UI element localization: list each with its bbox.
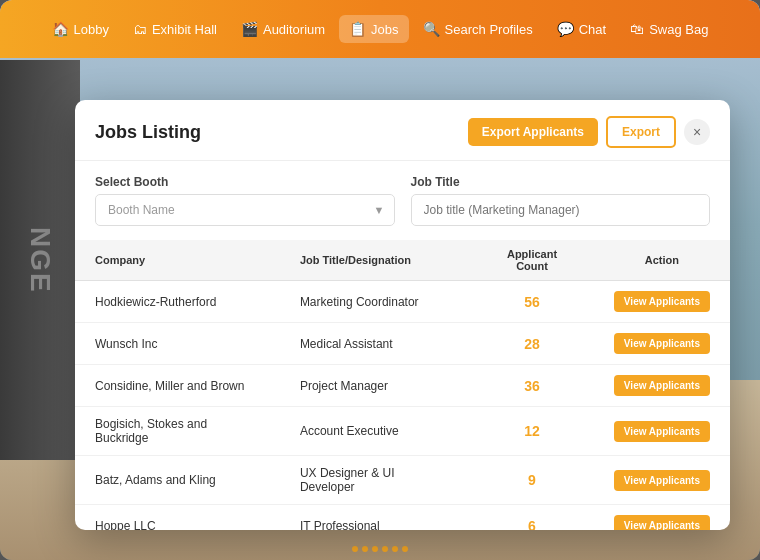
cell-action: View Applicants bbox=[594, 505, 730, 531]
cell-action: View Applicants bbox=[594, 323, 730, 365]
cell-applicant-count: 9 bbox=[470, 456, 594, 505]
export-applicants-button[interactable]: Export Applicants bbox=[468, 118, 598, 146]
exhibit-icon: 🗂 bbox=[133, 21, 147, 37]
table-row: Wunsch IncMedical Assistant28View Applic… bbox=[75, 323, 730, 365]
cell-job-title: IT Professional bbox=[280, 505, 470, 531]
nav-label-exhibit: Exhibit Hall bbox=[152, 22, 217, 37]
table-row: Considine, Miller and BrownProject Manag… bbox=[75, 365, 730, 407]
table-header-row: Company Job Title/Designation Applicant … bbox=[75, 240, 730, 281]
modal-header: Jobs Listing Export Applicants Export × bbox=[75, 100, 730, 161]
cell-action: View Applicants bbox=[594, 407, 730, 456]
wall-text: NGE bbox=[24, 227, 56, 294]
cell-job-title: Marketing Coordinator bbox=[280, 281, 470, 323]
dot-3 bbox=[372, 546, 378, 552]
dot-2 bbox=[362, 546, 368, 552]
table-row: Hodkiewicz-RutherfordMarketing Coordinat… bbox=[75, 281, 730, 323]
cell-applicant-count: 56 bbox=[470, 281, 594, 323]
home-icon: 🏠 bbox=[52, 21, 69, 37]
cell-applicant-count: 28 bbox=[470, 323, 594, 365]
nav-item-lobby[interactable]: 🏠 Lobby bbox=[42, 15, 119, 43]
cell-action: View Applicants bbox=[594, 456, 730, 505]
cell-job-title: UX Designer & UI Developer bbox=[280, 456, 470, 505]
jobs-table: Company Job Title/Designation Applicant … bbox=[75, 240, 730, 530]
job-title-group: Job Title bbox=[411, 175, 711, 226]
view-applicants-button[interactable]: View Applicants bbox=[614, 333, 710, 354]
dot-1 bbox=[352, 546, 358, 552]
nav-item-exhibit-hall[interactable]: 🗂 Exhibit Hall bbox=[123, 15, 227, 43]
cell-company: Bogisich, Stokes and Buckridge bbox=[75, 407, 280, 456]
col-applicant-count: Applicant Count bbox=[470, 240, 594, 281]
chat-icon: 💬 bbox=[557, 21, 574, 37]
nav-item-swag-bag[interactable]: 🛍 Swag Bag bbox=[620, 15, 718, 43]
cell-applicant-count: 36 bbox=[470, 365, 594, 407]
nav-bar: 🏠 Lobby 🗂 Exhibit Hall 🎬 Auditorium 📋 Jo… bbox=[0, 0, 760, 58]
bottom-dots bbox=[352, 546, 408, 552]
wall-left: NGE bbox=[0, 60, 80, 460]
cell-action: View Applicants bbox=[594, 365, 730, 407]
nav-label-lobby: Lobby bbox=[74, 22, 109, 37]
cell-job-title: Project Manager bbox=[280, 365, 470, 407]
cell-company: Hodkiewicz-Rutherford bbox=[75, 281, 280, 323]
view-applicants-button[interactable]: View Applicants bbox=[614, 515, 710, 530]
jobs-table-container: Company Job Title/Designation Applicant … bbox=[75, 240, 730, 530]
nav-item-search-profiles[interactable]: 🔍 Search Profiles bbox=[413, 15, 543, 43]
nav-item-jobs[interactable]: 📋 Jobs bbox=[339, 15, 408, 43]
dot-6 bbox=[402, 546, 408, 552]
col-job-title: Job Title/Designation bbox=[280, 240, 470, 281]
col-company: Company bbox=[75, 240, 280, 281]
cell-company: Considine, Miller and Brown bbox=[75, 365, 280, 407]
export-button[interactable]: Export bbox=[606, 116, 676, 148]
job-title-label: Job Title bbox=[411, 175, 711, 189]
table-body: Hodkiewicz-RutherfordMarketing Coordinat… bbox=[75, 281, 730, 531]
nav-item-chat[interactable]: 💬 Chat bbox=[547, 15, 616, 43]
search-icon: 🔍 bbox=[423, 21, 440, 37]
select-booth-label: Select Booth bbox=[95, 175, 395, 189]
nav-item-auditorium[interactable]: 🎬 Auditorium bbox=[231, 15, 335, 43]
table-row: Hoppe LLCIT Professional6View Applicants bbox=[75, 505, 730, 531]
table-row: Batz, Adams and KlingUX Designer & UI De… bbox=[75, 456, 730, 505]
jobs-icon: 📋 bbox=[349, 21, 366, 37]
select-booth-wrapper: Booth Name ▼ bbox=[95, 194, 395, 226]
modal-title: Jobs Listing bbox=[95, 122, 201, 143]
auditorium-icon: 🎬 bbox=[241, 21, 258, 37]
swag-icon: 🛍 bbox=[630, 21, 644, 37]
cell-company: Hoppe LLC bbox=[75, 505, 280, 531]
cell-company: Wunsch Inc bbox=[75, 323, 280, 365]
jobs-listing-modal: Jobs Listing Export Applicants Export × … bbox=[75, 100, 730, 530]
view-applicants-button[interactable]: View Applicants bbox=[614, 470, 710, 491]
dot-4 bbox=[382, 546, 388, 552]
cell-applicant-count: 6 bbox=[470, 505, 594, 531]
booth-select[interactable]: Booth Name bbox=[95, 194, 395, 226]
cell-company: Batz, Adams and Kling bbox=[75, 456, 280, 505]
filter-form: Select Booth Booth Name ▼ Job Title bbox=[75, 161, 730, 240]
view-applicants-button[interactable]: View Applicants bbox=[614, 375, 710, 396]
nav-label-search: Search Profiles bbox=[445, 22, 533, 37]
col-action: Action bbox=[594, 240, 730, 281]
nav-label-jobs: Jobs bbox=[371, 22, 398, 37]
cell-job-title: Medical Assistant bbox=[280, 323, 470, 365]
header-actions: Export Applicants Export × bbox=[468, 116, 710, 148]
view-applicants-button[interactable]: View Applicants bbox=[614, 291, 710, 312]
dot-5 bbox=[392, 546, 398, 552]
job-title-input[interactable] bbox=[411, 194, 711, 226]
nav-label-auditorium: Auditorium bbox=[263, 22, 325, 37]
cell-action: View Applicants bbox=[594, 281, 730, 323]
table-row: Bogisich, Stokes and BuckridgeAccount Ex… bbox=[75, 407, 730, 456]
view-applicants-button[interactable]: View Applicants bbox=[614, 421, 710, 442]
close-button[interactable]: × bbox=[684, 119, 710, 145]
select-booth-group: Select Booth Booth Name ▼ bbox=[95, 175, 395, 226]
nav-label-chat: Chat bbox=[579, 22, 606, 37]
cell-job-title: Account Executive bbox=[280, 407, 470, 456]
cell-applicant-count: 12 bbox=[470, 407, 594, 456]
nav-label-swag: Swag Bag bbox=[649, 22, 708, 37]
